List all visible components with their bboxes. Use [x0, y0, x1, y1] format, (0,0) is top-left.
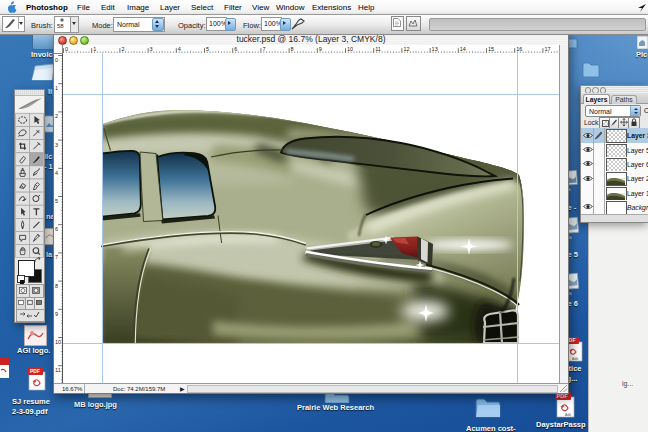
svg-text:9: 9 [55, 311, 58, 317]
svg-text:10: 10 [347, 46, 353, 52]
svg-text:11: 11 [375, 46, 381, 52]
svg-text:13: 13 [432, 46, 438, 52]
svg-text:10: 10 [55, 339, 61, 345]
svg-text:11: 11 [55, 367, 61, 373]
svg-text:9: 9 [319, 46, 322, 52]
svg-text:16: 16 [516, 46, 522, 52]
svg-text:8: 8 [55, 283, 58, 289]
svg-text:1: 1 [93, 46, 96, 52]
svg-text:2: 2 [55, 113, 58, 119]
svg-text:12: 12 [403, 46, 409, 52]
svg-text:Adb: Adb [565, 413, 571, 417]
svg-text:0: 0 [65, 46, 68, 52]
svg-text:8: 8 [291, 46, 294, 52]
svg-text:7: 7 [262, 46, 265, 52]
svg-text:6: 6 [55, 226, 58, 232]
svg-text:PDF: PDF [30, 368, 40, 374]
svg-text:2: 2 [121, 46, 124, 52]
svg-text:4: 4 [178, 46, 181, 52]
svg-text:1: 1 [55, 85, 58, 91]
svg-text:15: 15 [488, 46, 494, 52]
svg-text:3: 3 [150, 46, 153, 52]
svg-text:Adb: Adb [572, 357, 578, 361]
svg-text:0: 0 [55, 57, 58, 63]
svg-text:5: 5 [55, 198, 58, 204]
svg-text:3: 3 [55, 142, 58, 148]
svg-text:6: 6 [234, 46, 237, 52]
svg-text:7: 7 [55, 254, 58, 260]
svg-text:14: 14 [460, 46, 466, 52]
svg-text:4: 4 [55, 170, 58, 176]
svg-text:5: 5 [206, 46, 209, 52]
svg-text:17: 17 [544, 46, 550, 52]
